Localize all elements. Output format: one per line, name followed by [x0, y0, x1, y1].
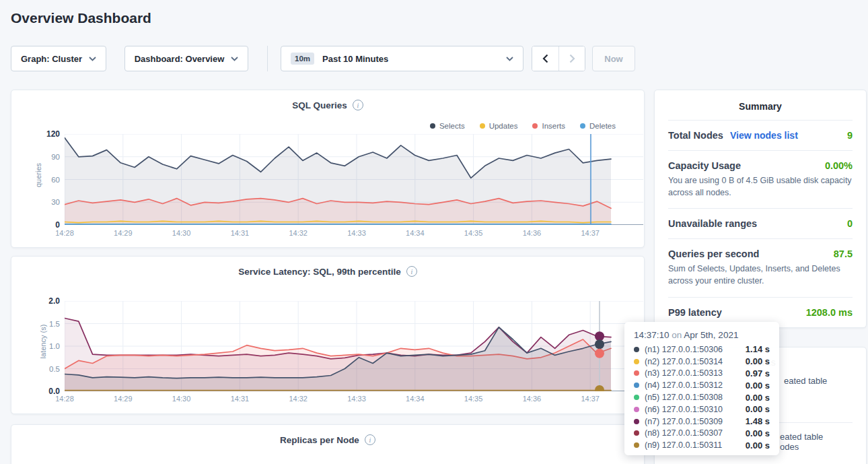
info-icon[interactable]: i: [365, 434, 375, 445]
summary-row-total-nodes: Total Nodes View nodes list 9: [668, 120, 853, 150]
y-tick: 120: [30, 129, 60, 139]
chevron-down-icon: [231, 57, 238, 61]
y-axis-label: latency (s): [39, 325, 47, 359]
tooltip-row: (n3) 127.0.0.1:503130.97 s: [634, 368, 770, 380]
service-latency-card: Service Latency: SQL, 99th percentile i …: [11, 256, 645, 414]
sql-legend: Selects Updates Inserts Deletes: [430, 122, 616, 130]
capacity-usage-value: 0.00%: [825, 160, 853, 171]
info-icon[interactable]: i: [353, 100, 363, 110]
dashboard-dropdown-label: Dashboard: Overview: [135, 54, 225, 64]
node-dot-icon: [634, 442, 639, 448]
node-dot-icon: [634, 419, 639, 424]
inserts-dot-icon: [532, 123, 538, 129]
total-nodes-value: 9: [847, 130, 853, 141]
node-dot-icon: [634, 430, 639, 436]
toolbar-divider: [267, 46, 268, 71]
node-dot-icon: [634, 347, 639, 352]
tooltip-row: (n7) 127.0.0.1:503091.48 s: [634, 416, 770, 428]
tooltip-row: (n9) 127.0.0.1:503110.00 s: [634, 439, 770, 451]
capacity-usage-desc: You are using 0 B of 4.5 GiB usable disk…: [668, 174, 853, 199]
tooltip-row: (n5) 127.0.0.1:503080.00 s: [634, 391, 770, 403]
tooltip-row: (n2) 127.0.0.1:503140.00 s: [634, 356, 770, 368]
time-preset-badge: 10m: [291, 53, 314, 65]
chevron-down-icon: [89, 57, 96, 61]
legend-item-deletes[interactable]: Deletes: [580, 122, 616, 130]
updates-dot-icon: [480, 123, 485, 129]
y-tick: 1.5: [30, 320, 60, 328]
chart-title: SQL Queries: [292, 100, 347, 110]
prev-time-button[interactable]: [532, 46, 558, 71]
tooltip-timestamp: 14:37:10 on Apr 5th, 2021: [634, 330, 770, 340]
unavailable-ranges-value: 0: [847, 218, 853, 229]
tooltip-row: (n1) 127.0.0.1:503061.14 s: [634, 343, 770, 356]
tooltip-row: (n4) 127.0.0.1:503120.00 s: [634, 379, 770, 391]
y-tick: 30: [30, 198, 60, 206]
selects-dot-icon: [430, 123, 435, 129]
legend-item-updates[interactable]: Updates: [480, 122, 518, 130]
page-title: Overview Dashboard: [11, 10, 151, 26]
sql-queries-plot[interactable]: [65, 134, 643, 225]
time-nav-group: [532, 46, 585, 71]
summary-row-qps: Queries per second 87.5 Sum of Selects, …: [668, 238, 853, 296]
deletes-dot-icon: [580, 123, 585, 129]
graph-dropdown-label: Graph: Cluster: [21, 54, 82, 64]
now-button[interactable]: Now: [592, 46, 635, 71]
queries-per-second-value: 87.5: [834, 248, 853, 259]
y-tick: 60: [30, 176, 60, 184]
node-dot-icon: [634, 407, 639, 412]
y-tick: 90: [30, 153, 60, 161]
node-dot-icon: [634, 383, 639, 388]
y-tick: 2.0: [30, 296, 60, 306]
x-axis: 14:2814:2914:3014:3114:3214:3314:3414:35…: [65, 229, 657, 240]
event-text-fragment: eated table: [784, 376, 827, 386]
legend-item-inserts[interactable]: Inserts: [532, 122, 565, 130]
summary-title: Summary: [668, 101, 853, 112]
next-time-button[interactable]: [558, 46, 585, 71]
replicas-per-node-card: Replicas per Node i: [11, 424, 645, 464]
p99-latency-value: 1208.0 ms: [806, 307, 853, 318]
event-text-fragment: eated table: [780, 432, 823, 442]
dashboard-dropdown[interactable]: Dashboard: Overview: [124, 46, 248, 71]
summary-row-unavailable-ranges: Unavailable ranges 0: [668, 208, 853, 238]
sql-queries-card: SQL Queries i Selects Updates Inserts De…: [11, 90, 645, 248]
event-text-fragment: odes: [780, 442, 799, 452]
chart-title: Replicas per Node: [280, 435, 359, 445]
x-axis: 14:2814:2914:3014:3114:3214:3314:3414:35…: [65, 395, 657, 405]
time-range-label: Past 10 Minutes: [322, 54, 388, 64]
qps-desc: Sum of Selects, Updates, Inserts, and De…: [668, 263, 853, 287]
time-range-selector[interactable]: 10m Past 10 Minutes: [281, 46, 523, 71]
y-tick: 1.0: [30, 342, 60, 350]
node-dot-icon: [634, 370, 639, 376]
chart-hover-tooltip: 14:37:10 on Apr 5th, 2021 (n1) 127.0.0.1…: [624, 322, 779, 455]
chevron-down-icon: [506, 57, 513, 61]
summary-row-capacity: Capacity Usage 0.00% You are using 0 B o…: [668, 150, 853, 208]
y-tick: 0: [30, 220, 60, 230]
chart-title: Service Latency: SQL, 99th percentile: [238, 267, 401, 277]
graph-dropdown[interactable]: Graph: Cluster: [11, 46, 106, 71]
summary-panel: Summary Total Nodes View nodes list 9 Ca…: [654, 90, 867, 328]
node-dot-icon: [634, 395, 639, 400]
y-tick: 0.5: [30, 365, 60, 373]
service-latency-plot[interactable]: [65, 301, 643, 391]
view-nodes-list-link[interactable]: View nodes list: [730, 130, 798, 141]
info-icon[interactable]: i: [406, 266, 417, 277]
legend-item-selects[interactable]: Selects: [430, 122, 465, 130]
tooltip-row: (n6) 127.0.0.1:503100.00 s: [634, 403, 770, 416]
node-dot-icon: [634, 359, 639, 364]
tooltip-row: (n8) 127.0.0.1:503070.00 s: [634, 428, 770, 440]
